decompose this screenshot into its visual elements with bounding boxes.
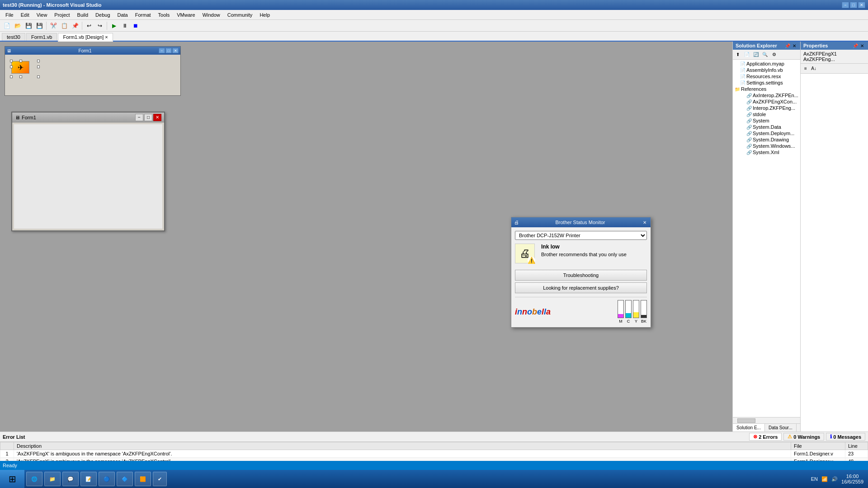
se-tab-datasource[interactable]: Data Sour... xyxy=(765,424,797,432)
handle-tl[interactable] xyxy=(10,60,13,62)
tab-form1-design[interactable]: Form1.vb [Design] × xyxy=(58,33,113,42)
redo-btn[interactable]: ↪ xyxy=(95,21,105,31)
restore-button[interactable]: □ xyxy=(850,2,857,8)
menu-item-view[interactable]: View xyxy=(33,11,51,19)
handle-tc[interactable] xyxy=(19,60,22,62)
solution-explorer-header: Solution Explorer 📌 ✕ xyxy=(733,42,800,50)
taskbar-item-0[interactable]: 🌐 xyxy=(26,472,42,486)
close-button[interactable]: ✕ xyxy=(858,2,865,8)
tree-item-system[interactable]: 🔗System xyxy=(734,117,799,124)
pause-btn[interactable]: ⏸ xyxy=(120,21,130,31)
form1-preview-content xyxy=(14,124,162,229)
error-list-title: Error List xyxy=(3,434,25,440)
menu-item-debug[interactable]: Debug xyxy=(92,11,113,19)
taskbar-item-7[interactable]: ✔ xyxy=(153,472,167,486)
se-toolbar-btn-4[interactable]: 🔍 xyxy=(761,51,769,59)
taskbar-item-5[interactable]: 🔷 xyxy=(117,472,133,486)
se-toolbar-btn-3[interactable]: 🔄 xyxy=(752,51,760,59)
warnings-tab[interactable]: ⚠ 0 Warnings xyxy=(783,433,824,441)
se-toolbar-btn-1[interactable]: ⬆ xyxy=(734,51,742,59)
menu-item-file[interactable]: File xyxy=(2,11,17,19)
form1-design-close[interactable]: ✕ xyxy=(172,48,179,53)
taskbar-item-6[interactable]: 🟧 xyxy=(135,472,151,486)
tree-item-axzkfpengxcon...[interactable]: 🔗AxZKFPEngXCon... xyxy=(734,99,799,105)
tree-item-references[interactable]: 📁References xyxy=(734,86,799,92)
handle-mr[interactable] xyxy=(37,66,40,68)
tab-form1vb[interactable]: Form1.vb xyxy=(26,33,57,41)
tree-item-system.xml[interactable]: 🔗System.Xml xyxy=(734,149,799,155)
tree-label: System.Drawing xyxy=(753,137,789,142)
tree-item-system.data[interactable]: 🔗System.Data xyxy=(734,124,799,130)
horizontal-scrollbar[interactable] xyxy=(733,417,800,423)
menu-item-tools[interactable]: Tools xyxy=(155,11,174,19)
props-header-controls: 📌 ✕ xyxy=(852,42,865,49)
tree-item-assemblyinfo.vb[interactable]: 📄AssemblyInfo.vb xyxy=(734,67,799,73)
taskbar-item-1[interactable]: 📁 xyxy=(44,472,61,486)
tree-item-axinterop.zkfpen...[interactable]: 🔗AxInterop.ZKFPEn... xyxy=(734,92,799,99)
replacement-supplies-button[interactable]: Looking for replacement supplies? xyxy=(515,282,647,293)
form1-design-minimize[interactable]: − xyxy=(159,48,165,53)
props-close-btn[interactable]: ✕ xyxy=(859,42,865,49)
axzkfpengx-control[interactable]: ✈ xyxy=(11,61,38,77)
save-btn[interactable]: 💾 xyxy=(24,21,33,31)
troubleshooting-button[interactable]: Troubleshooting xyxy=(515,270,647,281)
taskbar-item-4[interactable]: 🔵 xyxy=(99,472,115,486)
handle-bl[interactable] xyxy=(10,75,13,78)
undo-btn[interactable]: ↩ xyxy=(84,21,94,31)
minimize-button[interactable]: − xyxy=(842,2,849,8)
paste-btn[interactable]: 📌 xyxy=(70,21,80,31)
menu-item-window[interactable]: Window xyxy=(199,11,224,19)
tree-item-system.deploym...[interactable]: 🔗System.Deploym... xyxy=(734,130,799,136)
tree-item-interop.zkfpeng...[interactable]: 🔗Interop.ZKFPEng... xyxy=(734,105,799,111)
preview-close[interactable]: ✕ xyxy=(153,114,161,121)
menu-item-project[interactable]: Project xyxy=(51,11,73,19)
preview-minimize[interactable]: − xyxy=(135,114,143,121)
copy-btn[interactable]: 📋 xyxy=(59,21,69,31)
new-project-btn[interactable]: 📄 xyxy=(2,21,12,31)
se-close-btn[interactable]: ✕ xyxy=(791,42,797,49)
props-cat-btn[interactable]: ≡ xyxy=(802,65,810,73)
cut-btn[interactable]: ✂️ xyxy=(48,21,58,31)
menu-item-edit[interactable]: Edit xyxy=(17,11,33,19)
tree-item-resources.resx[interactable]: 📄Resources.resx xyxy=(734,73,799,80)
open-btn[interactable]: 📂 xyxy=(13,21,23,31)
printer-select[interactable]: Brother DCP-J152W Printer xyxy=(515,231,647,240)
menu-item-help[interactable]: Help xyxy=(256,11,274,19)
preview-maximize[interactable]: □ xyxy=(144,114,152,121)
tree-item-settings.settings[interactable]: 📄Settings.settings xyxy=(734,80,799,86)
se-toolbar-btn-2[interactable]: 📄 xyxy=(743,51,751,59)
menu-item-vmware[interactable]: VMware xyxy=(173,11,198,19)
start-button[interactable]: ⊞ xyxy=(0,470,24,488)
props-alpha-btn[interactable]: A↓ xyxy=(810,65,818,73)
tree-item-system.drawing[interactable]: 🔗System.Drawing xyxy=(734,136,799,143)
tree-item-application.myap[interactable]: 📄Application.myap xyxy=(734,61,799,67)
form1-design-maximize[interactable]: □ xyxy=(165,48,172,53)
start-btn[interactable]: ▶ xyxy=(109,21,119,31)
tab-test30[interactable]: test30 xyxy=(2,33,25,41)
tree-item-stdole[interactable]: 🔗stdole xyxy=(734,111,799,117)
menu-item-format[interactable]: Format xyxy=(132,11,155,19)
se-tab-solution[interactable]: Solution E... xyxy=(733,424,765,432)
tree-label: AxZKFPEngXCon... xyxy=(753,99,797,104)
errors-tab[interactable]: ⊗ 2 Errors xyxy=(749,433,782,441)
menu-item-community[interactable]: Community xyxy=(224,11,256,19)
menu-item-data[interactable]: Data xyxy=(114,11,132,19)
taskbar-item-2[interactable]: 💬 xyxy=(62,472,79,486)
brother-close-btn[interactable]: ✕ xyxy=(642,219,648,225)
brother-ink-icon: 🖨 ⚠️ xyxy=(515,244,538,266)
messages-tab[interactable]: ℹ 0 Messages xyxy=(826,433,865,441)
handle-br[interactable] xyxy=(37,75,40,78)
se-pin-btn[interactable]: 📌 xyxy=(784,42,791,49)
handle-ml[interactable] xyxy=(10,66,13,68)
handle-bc[interactable] xyxy=(19,75,22,78)
props-pin-btn[interactable]: 📌 xyxy=(852,42,859,49)
tree-item-system.windows...[interactable]: 🔗System.Windows... xyxy=(734,143,799,149)
save-all-btn[interactable]: 💾 xyxy=(34,21,44,31)
scrollbar-thumb[interactable] xyxy=(737,418,755,423)
menu-item-build[interactable]: Build xyxy=(74,11,92,19)
se-toolbar-btn-5[interactable]: ⚙ xyxy=(770,51,778,59)
stop-btn[interactable]: ⏹ xyxy=(131,21,141,31)
taskbar-item-3[interactable]: 📝 xyxy=(80,472,97,486)
handle-tr[interactable] xyxy=(37,60,40,62)
tree-label: System.Data xyxy=(753,124,781,130)
